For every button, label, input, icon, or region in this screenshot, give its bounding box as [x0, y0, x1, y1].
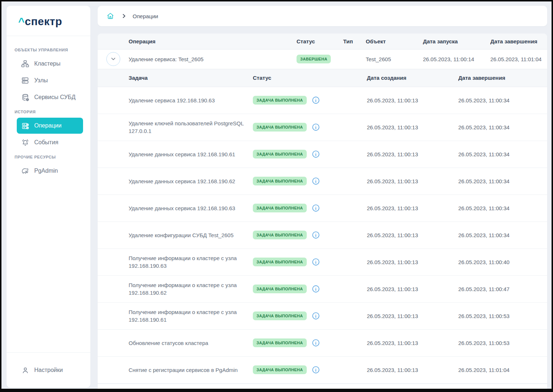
col-header-object: Объект	[366, 38, 423, 44]
task-finished-date: 26.05.2023, 11:00:47	[458, 286, 547, 292]
task-status-badge: ЗАДАЧА ВЫПОЛНЕНА	[253, 285, 307, 293]
breadcrumb-current-page: Операции	[133, 13, 158, 19]
info-icon[interactable]	[312, 285, 320, 293]
operation-status-badge: ЗАВЕРШЕНА	[297, 55, 331, 63]
info-icon[interactable]	[312, 123, 320, 131]
section-title-objects: ОБЪЕКТЫ УПРАВЛЕНИЯ	[11, 44, 86, 55]
task-created-date: 26.05.2023, 11:00:13	[367, 205, 458, 211]
task-status-badge: ЗАДАЧА ВЫПОЛНЕНА	[253, 96, 307, 105]
task-created-date: 26.05.2023, 11:00:13	[367, 286, 458, 292]
task-finished-date: 26.05.2023, 11:00:34	[458, 232, 547, 238]
task-status-badge: ЗАДАЧА ВЫПОЛНЕНА	[253, 231, 307, 239]
task-finished-date: 26.05.2023, 11:00:34	[458, 97, 547, 103]
sidebar-nav: ОБЪЕКТЫ УПРАВЛЕНИЯ Кластеры Узлы Сервисы…	[7, 36, 90, 180]
tasks-body: Удаление сервиса 192.168.190.63 ЗАДАЧА В…	[98, 87, 547, 384]
sidebar-item-clusters[interactable]: Кластеры	[17, 56, 83, 72]
col-header-task-status: Статус	[253, 75, 367, 81]
task-created-date: 26.05.2023, 11:00:13	[367, 259, 458, 265]
info-icon[interactable]	[312, 339, 320, 347]
task-created-date: 26.05.2023, 11:00:13	[367, 232, 458, 238]
task-created-date: 26.05.2023, 11:00:13	[367, 367, 458, 373]
breadcrumb: Операции	[98, 6, 547, 26]
col-header-task: Задача	[129, 75, 253, 81]
info-icon[interactable]	[312, 204, 320, 212]
col-header-finished-date: Дата завершения	[458, 75, 547, 81]
main-content: Операции Операция Статус Тип Объект Дата…	[98, 6, 547, 389]
table-row: Удаление конфигурации СУБД Test_2605 ЗАД…	[98, 222, 547, 249]
pgadmin-elephant-icon	[21, 167, 29, 175]
task-finished-date: 26.05.2023, 11:00:34	[458, 205, 547, 211]
info-icon[interactable]	[312, 312, 320, 320]
task-created-date: 26.05.2023, 11:00:13	[367, 178, 458, 184]
logo-text: спектр	[25, 15, 62, 27]
table-row: Удаление ключей пользователей PostgreSQL…	[98, 114, 547, 141]
task-name: Удаление сервиса 192.168.190.63	[129, 97, 249, 104]
task-name: Получение информации о кластере с узла 1…	[129, 254, 249, 270]
col-header-type: Тип	[343, 38, 366, 44]
nodes-icon	[21, 77, 29, 85]
sidebar-item-label: Настройки	[34, 367, 63, 373]
col-header-end-date: Дата завершения	[490, 38, 547, 44]
sidebar-item-nodes[interactable]: Узлы	[17, 72, 83, 89]
operation-object: Test_2605	[366, 56, 423, 62]
logo-caret: ^	[18, 15, 25, 27]
sidebar-item-label: События	[34, 139, 58, 146]
user-icon	[21, 366, 29, 374]
table-row: Получение информации о кластере с узла 1…	[98, 303, 547, 330]
info-icon[interactable]	[312, 150, 320, 158]
task-finished-date: 26.05.2023, 11:00:40	[458, 259, 547, 265]
table-row: Удаление данных сервиса 192.168.190.61 З…	[98, 141, 547, 168]
task-name: Получение информации о кластере с узла 1…	[129, 281, 249, 297]
table-row: Обновление статусов кластера ЗАДАЧА ВЫПО…	[98, 330, 547, 357]
col-header-operation: Операция	[129, 38, 297, 44]
task-created-date: 26.05.2023, 11:00:13	[367, 151, 458, 157]
home-icon[interactable]	[106, 12, 115, 20]
col-header-start-date: Дата запуска	[423, 38, 490, 44]
task-finished-date: 26.05.2023, 11:00:34	[458, 124, 547, 130]
collapse-operation-button[interactable]	[106, 52, 120, 66]
sidebar-item-label: Узлы	[34, 77, 48, 84]
task-finished-date: 26.05.2023, 11:00:53	[458, 313, 547, 319]
sidebar-item-events[interactable]: События	[17, 134, 83, 150]
sidebar-footer: Настройки	[7, 352, 90, 388]
operations-table: Операция Статус Тип Объект Дата запуска …	[98, 34, 547, 389]
table-row: Удаление данных сервиса 192.168.190.63 З…	[98, 195, 547, 222]
task-created-date: 26.05.2023, 11:00:13	[367, 97, 458, 103]
sidebar-spacer	[7, 180, 90, 352]
task-name: Удаление ключей пользователей PostgreSQL…	[129, 119, 249, 135]
task-name: Обновление статусов кластера	[129, 339, 249, 347]
operations-icon	[21, 122, 29, 130]
info-icon[interactable]	[312, 231, 320, 239]
sidebar-item-pgadmin[interactable]: PgAdmin	[17, 163, 83, 179]
task-status-badge: ЗАДАЧА ВЫПОЛНЕНА	[253, 150, 307, 158]
task-name: Снятие с регистрации сервисов в PgAdmin	[129, 366, 249, 374]
chevron-right-icon	[121, 13, 127, 19]
sidebar-item-db-services[interactable]: Сервисы СУБД	[17, 89, 83, 105]
table-row: Получение информации о кластере с узла 1…	[98, 276, 547, 303]
info-icon[interactable]	[312, 258, 320, 266]
info-icon[interactable]	[312, 366, 320, 374]
sidebar-item-settings[interactable]: Настройки	[17, 362, 83, 378]
events-bell-icon	[21, 138, 29, 146]
task-finished-date: 26.05.2023, 11:01:04	[458, 367, 547, 373]
sidebar-item-label: Операции	[34, 122, 62, 129]
operations-header-row: Операция Статус Тип Объект Дата запуска …	[98, 34, 547, 50]
task-name: Удаление конфигурации СУБД Test_2605	[129, 231, 249, 239]
task-status-badge: ЗАДАЧА ВЫПОЛНЕНА	[253, 338, 307, 347]
info-icon[interactable]	[312, 177, 320, 185]
chevron-down-icon	[110, 55, 117, 63]
task-finished-date: 26.05.2023, 11:00:53	[458, 340, 547, 346]
task-status-badge: ЗАДАЧА ВЫПОЛНЕНА	[253, 258, 307, 266]
sidebar-item-operations[interactable]: Операции	[17, 118, 83, 134]
table-row: Удаление сервиса 192.168.190.63 ЗАДАЧА В…	[98, 87, 547, 114]
tasks-header-row: Задача Статус Дата создания Дата заверше…	[98, 69, 547, 87]
info-icon[interactable]	[312, 96, 320, 104]
table-row: Снятие с регистрации сервисов в PgAdmin …	[98, 357, 547, 384]
col-header-created-date: Дата создания	[367, 75, 458, 81]
table-row: Удаление данных сервиса 192.168.190.62 З…	[98, 168, 547, 195]
section-title-history: ИСТОРИЯ	[11, 106, 86, 117]
col-header-status: Статус	[297, 38, 343, 44]
operation-end-date: 26.05.2023, 11:01:04	[490, 56, 547, 62]
task-finished-date: 26.05.2023, 11:00:34	[458, 178, 547, 184]
sidebar-item-label: Кластеры	[34, 60, 60, 67]
